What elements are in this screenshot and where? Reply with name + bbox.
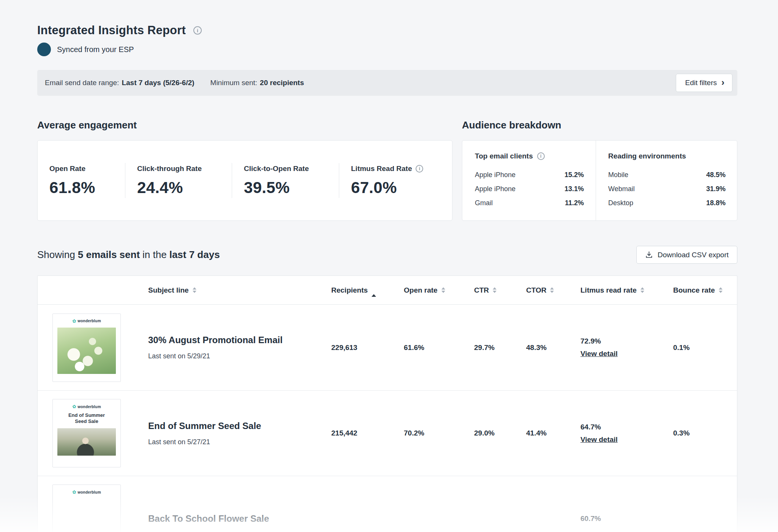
sort-icon [719,287,723,293]
client-share: 11.2% [565,199,584,207]
brand-name: wonderblum [77,319,101,323]
audience-section-title: Audience breakdown [462,119,561,131]
date-range-value: Last 7 days (5/26-6/2) [122,79,194,87]
sort-icon [493,287,497,293]
brand-name: wonderblum [77,490,101,494]
top-email-clients: Top email clients i Apple iPhone 15.2% A… [462,141,596,220]
listing-header: Showing 5 emails sent in the last 7 days… [37,246,737,264]
client-share: 15.2% [565,171,584,179]
showing-prefix: Showing [37,249,75,261]
column-header-ctor[interactable]: CTOR [526,286,580,294]
download-csv-button[interactable]: Download CSV export [636,246,737,264]
table-row[interactable]: ✿ wonderblum End of Summer Seed Sale End… [38,390,737,476]
edit-filters-button[interactable]: Edit filters › [676,74,732,92]
metric-label: Click-through Rate [137,165,232,173]
client-name: Gmail [475,199,493,207]
client-row: Apple iPhone 13.1% [475,182,584,196]
environment-name: Webmail [608,185,635,193]
environment-share: 48.5% [706,171,726,179]
litmus-read-rate-value: 72.9% [580,337,673,345]
environment-row: Desktop 18.8% [608,196,726,210]
brand-mark-icon: ✿ [72,490,76,494]
bounce-rate-value: 0.3% [673,429,737,437]
client-name: Apple iPhone [475,171,516,179]
environment-share: 31.9% [706,185,726,193]
engagement-section-title: Average engagement [37,119,452,131]
reading-environments-title: Reading environments [608,152,686,160]
chevron-right-icon: › [721,78,724,87]
sort-icon [193,287,196,293]
minimum-sent-value: 20 recipients [260,79,304,87]
sort-icon [550,287,554,293]
ctor-value: 48.3% [526,344,580,352]
brand-name: wonderblum [77,405,101,409]
client-name: Apple iPhone [475,185,516,193]
table-row[interactable]: ✿ wonderblum 30% August Promotional Emai… [38,305,737,390]
filter-bar: Email send date range: Last 7 days (5/26… [37,70,737,96]
emails-table: Subject line Recipients Open rate CTR CT… [37,276,737,532]
email-thumbnail: ✿ wonderblum [52,314,121,382]
metric-click-through-rate: Click-through Rate 24.4% [125,165,232,197]
esp-sync-label: Synced from your ESP [57,45,134,54]
showing-range: last 7 days [169,249,220,261]
client-row: Apple iPhone 15.2% [475,168,584,182]
thumbnail-headline: End of Summer Seed Sale [68,412,105,425]
bounce-rate-value: 0.1% [673,344,737,352]
report-page: Integrated Insights Report i Synced from… [0,0,778,532]
client-share: 13.1% [565,185,584,193]
page-header: Integrated Insights Report i [37,24,737,37]
brand-mark-icon: ✿ [72,319,76,323]
client-row: Gmail 11.2% [475,196,584,210]
sort-ascending-icon [372,286,376,294]
column-header-bounce-rate[interactable]: Bounce rate [673,286,737,294]
esp-sync-badge [37,43,51,56]
environment-name: Mobile [608,171,628,179]
email-subject: Back To School Flower Sale [148,513,269,524]
environment-row: Webmail 31.9% [608,182,726,196]
metric-label: Click-to-Open Rate [244,165,339,173]
metric-label: Open Rate [49,165,125,173]
metric-value: 39.5% [244,179,339,197]
column-header-subject-line[interactable]: Subject line [38,286,331,294]
section-headings: Average engagement Audience breakdown [37,119,737,131]
ctr-value: 29.0% [474,429,526,437]
column-header-open-rate[interactable]: Open rate [404,286,474,294]
view-detail-link[interactable]: View detail [580,350,673,358]
litmus-read-rate-value: 60.7% [580,515,673,523]
edit-filters-label: Edit filters [685,79,717,87]
download-icon [645,251,653,259]
metric-litmus-read-rate: Litmus Read Rate i 67.0% [339,165,452,197]
email-subject: 30% August Promotional Email [148,335,283,345]
email-preview-image [57,328,116,374]
email-thumbnail: ✿ wonderblum End of Summer Seed Sale [52,399,121,467]
column-header-recipients[interactable]: Recipients [331,286,404,294]
engagement-card: Open Rate 61.8% Click-through Rate 24.4%… [37,140,452,221]
metric-label: Litmus Read Rate [351,165,412,173]
email-last-sent: Last sent on 5/29/21 [148,352,283,360]
open-rate-value: 61.6% [404,344,474,352]
page-title: Integrated Insights Report [37,24,186,37]
recipients-value: 215,442 [331,429,404,437]
environment-name: Desktop [608,199,633,207]
ctr-value: 29.7% [474,344,526,352]
table-row[interactable]: ✿ wonderblum Back To School Flower Sale … [38,476,737,532]
email-thumbnail: ✿ wonderblum [52,484,121,532]
email-subject: End of Summer Seed Sale [148,421,261,431]
summary-cards: Open Rate 61.8% Click-through Rate 24.4%… [37,140,737,221]
column-header-ctr[interactable]: CTR [474,286,526,294]
environment-share: 18.8% [706,199,726,207]
brand-mark-icon: ✿ [72,404,76,409]
table-header-row: Subject line Recipients Open rate CTR CT… [38,276,737,305]
open-rate-value: 70.2% [404,429,474,437]
info-icon[interactable]: i [537,152,545,160]
date-range-filter: Email send date range: Last 7 days (5/26… [45,79,194,87]
info-icon[interactable]: i [416,165,423,173]
metric-click-to-open-rate: Click-to-Open Rate 39.5% [232,165,339,197]
sort-icon [640,287,644,293]
info-icon[interactable]: i [193,26,202,35]
view-detail-link[interactable]: View detail [580,435,673,444]
minimum-sent-filter: Minimum sent: 20 recipients [210,79,304,87]
column-header-litmus-read-rate[interactable]: Litmus read rate [580,286,673,294]
email-preview-image [57,428,116,456]
metric-value: 61.8% [49,179,125,197]
